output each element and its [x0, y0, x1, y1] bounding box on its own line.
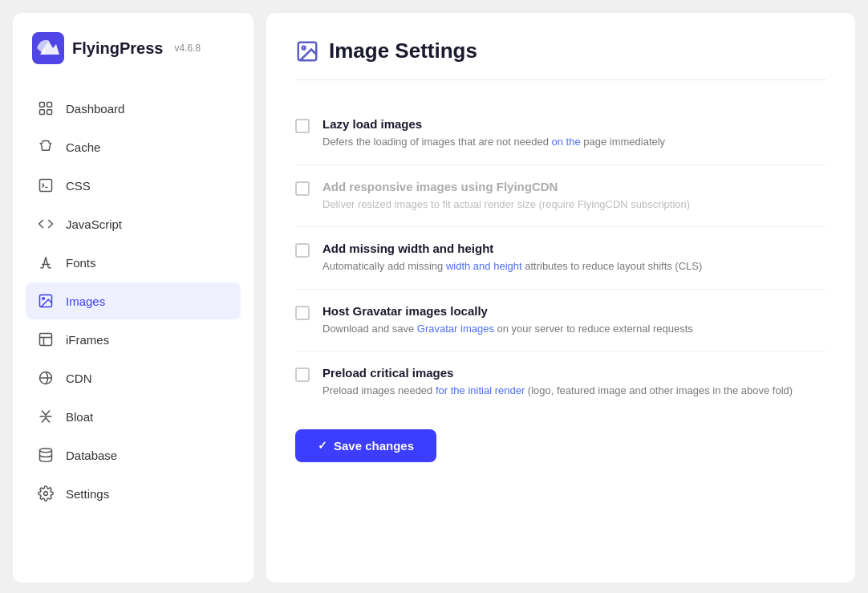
- setting-preload-critical: Preload critical images Preload images n…: [295, 351, 826, 413]
- sidebar-item-cdn-label: CDN: [66, 372, 92, 385]
- sidebar-item-bloat[interactable]: Bloat: [26, 398, 241, 435]
- svg-rect-5: [40, 180, 52, 192]
- fonts-icon: [37, 254, 55, 271]
- sidebar-item-fonts[interactable]: Fonts: [26, 244, 241, 281]
- page-header-icon: [295, 39, 319, 63]
- missing-dimensions-title: Add missing width and height: [322, 242, 826, 255]
- save-checkmark: ✓: [318, 439, 327, 452]
- sidebar-item-javascript-label: JavaScript: [66, 217, 122, 231]
- images-icon: [37, 292, 55, 310]
- sidebar-item-settings[interactable]: Settings: [26, 475, 241, 512]
- sidebar-item-settings-label: Settings: [66, 487, 109, 501]
- svg-point-14: [44, 492, 48, 496]
- cache-icon: [37, 138, 55, 156]
- settings-list: Lazy load images Defers the loading of i…: [295, 103, 826, 413]
- lazy-load-desc: Defers the loading of images that are no…: [322, 134, 826, 150]
- settings-icon: [37, 485, 55, 502]
- sidebar-item-database[interactable]: Database: [26, 437, 241, 473]
- app-container: FlyingPress v4.6.8 Dashboard: [13, 13, 855, 583]
- sidebar-item-dashboard-label: Dashboard: [66, 102, 124, 116]
- js-icon: [37, 215, 55, 233]
- setting-gravatar-local: Host Gravatar images locally Download an…: [295, 290, 826, 352]
- responsive-images-checkbox[interactable]: [295, 181, 310, 196]
- svg-point-7: [43, 298, 45, 300]
- logo-name: FlyingPress: [72, 39, 163, 58]
- sidebar-item-dashboard[interactable]: Dashboard: [26, 90, 241, 127]
- responsive-images-title: Add responsive images using FlyingCDN: [322, 180, 826, 193]
- sidebar-item-css-label: CSS: [66, 179, 91, 193]
- sidebar-item-cache[interactable]: Cache: [26, 128, 241, 165]
- sidebar-nav: Dashboard Cache CSS: [26, 90, 241, 512]
- setting-responsive-images: Add responsive images using FlyingCDN De…: [295, 165, 826, 228]
- setting-lazy-load: Lazy load images Defers the loading of i…: [295, 103, 826, 165]
- sidebar: FlyingPress v4.6.8 Dashboard: [13, 13, 254, 583]
- logo-version: v4.6.8: [174, 43, 201, 54]
- logo: FlyingPress v4.6.8: [26, 32, 241, 64]
- page-title: Image Settings: [329, 39, 477, 63]
- responsive-images-desc: Deliver resized images to fit actual ren…: [322, 197, 826, 213]
- responsive-images-text: Add responsive images using FlyingCDN De…: [322, 180, 826, 213]
- sidebar-item-cache-label: Cache: [66, 140, 100, 154]
- sidebar-item-images[interactable]: Images: [26, 282, 241, 319]
- sidebar-item-fonts-label: Fonts: [66, 256, 96, 270]
- bloat-icon: [37, 408, 55, 425]
- database-icon: [37, 446, 55, 464]
- missing-dimensions-desc: Automatically add missing width and heig…: [322, 258, 826, 274]
- svg-rect-3: [40, 110, 45, 115]
- preload-critical-title: Preload critical images: [322, 366, 826, 380]
- sidebar-item-bloat-label: Bloat: [66, 410, 93, 424]
- svg-rect-1: [40, 103, 45, 108]
- gravatar-local-title: Host Gravatar images locally: [322, 304, 826, 318]
- svg-point-13: [40, 449, 52, 453]
- preload-critical-checkbox[interactable]: [295, 368, 310, 382]
- sidebar-item-cdn[interactable]: CDN: [26, 359, 241, 396]
- missing-dimensions-text: Add missing width and height Automatical…: [322, 242, 826, 274]
- save-label: Save changes: [334, 439, 414, 453]
- svg-rect-2: [47, 103, 52, 108]
- lazy-load-title: Lazy load images: [322, 117, 826, 131]
- sidebar-item-css[interactable]: CSS: [26, 167, 241, 204]
- lazy-load-text: Lazy load images Defers the loading of i…: [322, 117, 826, 150]
- svg-rect-4: [47, 110, 52, 115]
- iframes-icon: [37, 331, 55, 348]
- css-icon: [37, 177, 55, 194]
- svg-point-16: [302, 46, 306, 49]
- missing-dimensions-checkbox[interactable]: [295, 243, 310, 258]
- sidebar-item-javascript[interactable]: JavaScript: [26, 205, 241, 242]
- setting-missing-dimensions: Add missing width and height Automatical…: [295, 227, 826, 290]
- sidebar-item-images-label: Images: [66, 294, 105, 308]
- sidebar-item-iframes[interactable]: iFrames: [26, 321, 241, 358]
- logo-icon: [32, 32, 64, 64]
- dashboard-icon: [37, 100, 55, 117]
- sidebar-item-database-label: Database: [66, 449, 117, 462]
- preload-critical-desc: Preload images needed for the initial re…: [322, 383, 826, 399]
- svg-rect-8: [40, 334, 52, 346]
- gravatar-local-checkbox[interactable]: [295, 306, 310, 320]
- sidebar-item-iframes-label: iFrames: [66, 333, 109, 347]
- save-changes-button[interactable]: ✓ Save changes: [295, 429, 436, 462]
- page-header: Image Settings: [295, 39, 826, 80]
- lazy-load-checkbox[interactable]: [295, 119, 310, 133]
- gravatar-local-text: Host Gravatar images locally Download an…: [322, 304, 826, 337]
- main-content: Image Settings Lazy load images Defers t…: [266, 13, 855, 583]
- preload-critical-text: Preload critical images Preload images n…: [322, 366, 826, 399]
- gravatar-local-desc: Download and save Gravatar images on you…: [322, 321, 826, 337]
- cdn-icon: [37, 369, 55, 387]
